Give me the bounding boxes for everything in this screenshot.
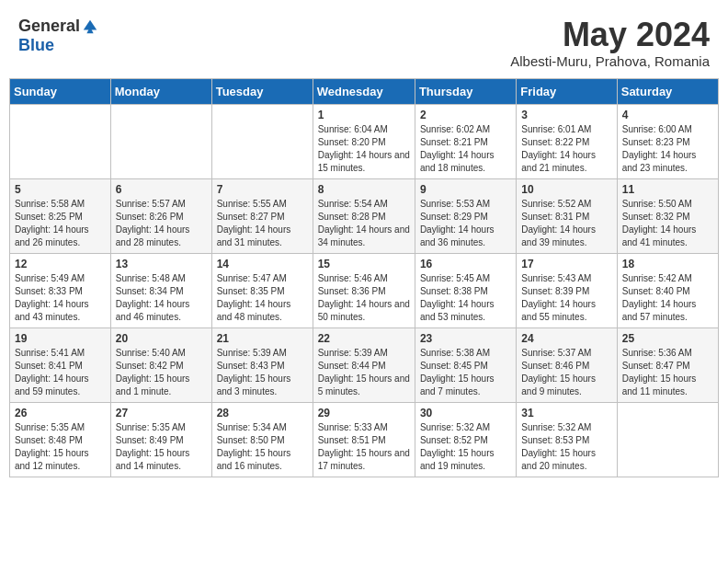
day-number: 29 xyxy=(318,407,410,419)
day-number: 3 xyxy=(521,109,611,121)
calendar-week-row: 19Sunrise: 5:41 AMSunset: 8:41 PMDayligh… xyxy=(10,327,719,402)
calendar-week-row: 26Sunrise: 5:35 AMSunset: 8:48 PMDayligh… xyxy=(10,402,719,477)
calendar-cell: 1Sunrise: 6:04 AMSunset: 8:20 PMDaylight… xyxy=(313,104,415,178)
day-number: 1 xyxy=(318,109,410,121)
title-area: May 2024 Albesti-Muru, Prahova, Romania xyxy=(510,17,710,69)
day-number: 14 xyxy=(217,258,308,270)
day-number: 18 xyxy=(622,258,713,270)
day-number: 8 xyxy=(318,183,410,196)
calendar-cell: 22Sunrise: 5:39 AMSunset: 8:44 PMDayligh… xyxy=(313,327,415,402)
calendar-cell: 23Sunrise: 5:38 AMSunset: 8:45 PMDayligh… xyxy=(415,327,516,402)
day-number: 19 xyxy=(15,332,106,345)
day-info: Sunrise: 5:55 AMSunset: 8:27 PMDaylight:… xyxy=(217,198,308,249)
calendar-cell xyxy=(110,104,211,178)
calendar-cell: 24Sunrise: 5:37 AMSunset: 8:46 PMDayligh… xyxy=(517,327,617,402)
day-info: Sunrise: 5:53 AMSunset: 8:29 PMDaylight:… xyxy=(420,198,511,249)
calendar-cell: 19Sunrise: 5:41 AMSunset: 8:41 PMDayligh… xyxy=(10,327,111,402)
day-number: 6 xyxy=(116,183,207,196)
calendar-cell: 6Sunrise: 5:57 AMSunset: 8:26 PMDaylight… xyxy=(110,178,211,253)
day-info: Sunrise: 5:48 AMSunset: 8:34 PMDaylight:… xyxy=(116,272,207,324)
calendar-cell: 15Sunrise: 5:46 AMSunset: 8:36 PMDayligh… xyxy=(313,253,415,327)
day-number: 15 xyxy=(318,258,410,270)
calendar-cell: 21Sunrise: 5:39 AMSunset: 8:43 PMDayligh… xyxy=(211,327,313,402)
calendar-cell: 2Sunrise: 6:02 AMSunset: 8:21 PMDaylight… xyxy=(415,104,516,178)
day-info: Sunrise: 5:41 AMSunset: 8:41 PMDaylight:… xyxy=(15,347,106,398)
calendar-cell: 13Sunrise: 5:48 AMSunset: 8:34 PMDayligh… xyxy=(110,253,211,327)
calendar-cell: 25Sunrise: 5:36 AMSunset: 8:47 PMDayligh… xyxy=(617,327,718,402)
day-info: Sunrise: 5:58 AMSunset: 8:25 PMDaylight:… xyxy=(15,198,106,249)
calendar-header-wednesday: Wednesday xyxy=(313,78,415,104)
day-number: 4 xyxy=(622,109,713,121)
day-number: 24 xyxy=(521,332,611,345)
calendar-header-tuesday: Tuesday xyxy=(211,78,313,104)
calendar-header-row: SundayMondayTuesdayWednesdayThursdayFrid… xyxy=(10,78,719,104)
calendar-header-thursday: Thursday xyxy=(415,78,516,104)
day-number: 21 xyxy=(217,332,308,345)
calendar-cell xyxy=(10,104,111,178)
calendar-cell: 30Sunrise: 5:32 AMSunset: 8:52 PMDayligh… xyxy=(415,402,516,477)
day-number: 27 xyxy=(116,407,207,419)
day-info: Sunrise: 5:34 AMSunset: 8:50 PMDaylight:… xyxy=(217,421,308,473)
day-number: 12 xyxy=(15,258,106,270)
calendar-cell: 28Sunrise: 5:34 AMSunset: 8:50 PMDayligh… xyxy=(211,402,313,477)
day-info: Sunrise: 6:01 AMSunset: 8:22 PMDaylight:… xyxy=(521,123,611,175)
calendar-cell: 26Sunrise: 5:35 AMSunset: 8:48 PMDayligh… xyxy=(10,402,111,477)
day-info: Sunrise: 5:45 AMSunset: 8:38 PMDaylight:… xyxy=(420,272,511,324)
calendar-cell: 17Sunrise: 5:43 AMSunset: 8:39 PMDayligh… xyxy=(517,253,617,327)
calendar-header-monday: Monday xyxy=(110,78,211,104)
day-info: Sunrise: 5:38 AMSunset: 8:45 PMDaylight:… xyxy=(420,347,511,398)
day-number: 2 xyxy=(420,109,511,121)
day-number: 17 xyxy=(521,258,611,270)
calendar-header-friday: Friday xyxy=(517,78,617,104)
calendar-header-sunday: Sunday xyxy=(10,78,111,104)
day-number: 16 xyxy=(420,258,511,270)
day-info: Sunrise: 5:43 AMSunset: 8:39 PMDaylight:… xyxy=(521,272,611,324)
day-number: 26 xyxy=(15,407,106,419)
logo: General Blue xyxy=(18,17,98,55)
day-info: Sunrise: 5:39 AMSunset: 8:43 PMDaylight:… xyxy=(217,347,308,398)
day-number: 20 xyxy=(116,332,207,345)
calendar-header-saturday: Saturday xyxy=(617,78,718,104)
day-number: 11 xyxy=(622,183,713,196)
logo-blue-text: Blue xyxy=(18,36,54,55)
day-number: 23 xyxy=(420,332,511,345)
calendar-cell: 20Sunrise: 5:40 AMSunset: 8:42 PMDayligh… xyxy=(110,327,211,402)
calendar-table: SundayMondayTuesdayWednesdayThursdayFrid… xyxy=(9,78,719,477)
location-title: Albesti-Muru, Prahova, Romania xyxy=(510,53,710,69)
logo-icon xyxy=(82,18,98,35)
calendar-cell: 12Sunrise: 5:49 AMSunset: 8:33 PMDayligh… xyxy=(10,253,111,327)
day-number: 13 xyxy=(116,258,207,270)
day-info: Sunrise: 5:32 AMSunset: 8:52 PMDaylight:… xyxy=(420,421,511,473)
day-number: 31 xyxy=(521,407,611,419)
calendar-cell xyxy=(211,104,313,178)
day-info: Sunrise: 6:04 AMSunset: 8:20 PMDaylight:… xyxy=(318,123,410,175)
day-number: 25 xyxy=(622,332,713,345)
day-number: 30 xyxy=(420,407,511,419)
calendar-week-row: 12Sunrise: 5:49 AMSunset: 8:33 PMDayligh… xyxy=(10,253,719,327)
day-info: Sunrise: 6:00 AMSunset: 8:23 PMDaylight:… xyxy=(622,123,713,175)
day-info: Sunrise: 5:54 AMSunset: 8:28 PMDaylight:… xyxy=(318,198,410,249)
page-header: General Blue May 2024 Albesti-Muru, Prah… xyxy=(9,9,719,75)
calendar-cell: 9Sunrise: 5:53 AMSunset: 8:29 PMDaylight… xyxy=(415,178,516,253)
calendar-cell: 3Sunrise: 6:01 AMSunset: 8:22 PMDaylight… xyxy=(517,104,617,178)
month-title: May 2024 xyxy=(510,17,710,53)
day-info: Sunrise: 5:42 AMSunset: 8:40 PMDaylight:… xyxy=(622,272,713,324)
day-info: Sunrise: 5:39 AMSunset: 8:44 PMDaylight:… xyxy=(318,347,410,398)
day-info: Sunrise: 5:32 AMSunset: 8:53 PMDaylight:… xyxy=(521,421,611,473)
calendar-cell: 29Sunrise: 5:33 AMSunset: 8:51 PMDayligh… xyxy=(313,402,415,477)
day-info: Sunrise: 5:35 AMSunset: 8:49 PMDaylight:… xyxy=(116,421,207,473)
day-number: 5 xyxy=(15,183,106,196)
day-info: Sunrise: 5:40 AMSunset: 8:42 PMDaylight:… xyxy=(116,347,207,398)
day-number: 28 xyxy=(217,407,308,419)
day-number: 10 xyxy=(521,183,611,196)
day-info: Sunrise: 6:02 AMSunset: 8:21 PMDaylight:… xyxy=(420,123,511,175)
day-number: 22 xyxy=(318,332,410,345)
calendar-cell: 31Sunrise: 5:32 AMSunset: 8:53 PMDayligh… xyxy=(517,402,617,477)
day-info: Sunrise: 5:46 AMSunset: 8:36 PMDaylight:… xyxy=(318,272,410,324)
calendar-week-row: 1Sunrise: 6:04 AMSunset: 8:20 PMDaylight… xyxy=(10,104,719,178)
calendar-cell: 8Sunrise: 5:54 AMSunset: 8:28 PMDaylight… xyxy=(313,178,415,253)
day-number: 9 xyxy=(420,183,511,196)
calendar-cell: 14Sunrise: 5:47 AMSunset: 8:35 PMDayligh… xyxy=(211,253,313,327)
logo-general-text: General xyxy=(18,17,80,36)
calendar-cell: 11Sunrise: 5:50 AMSunset: 8:32 PMDayligh… xyxy=(617,178,718,253)
